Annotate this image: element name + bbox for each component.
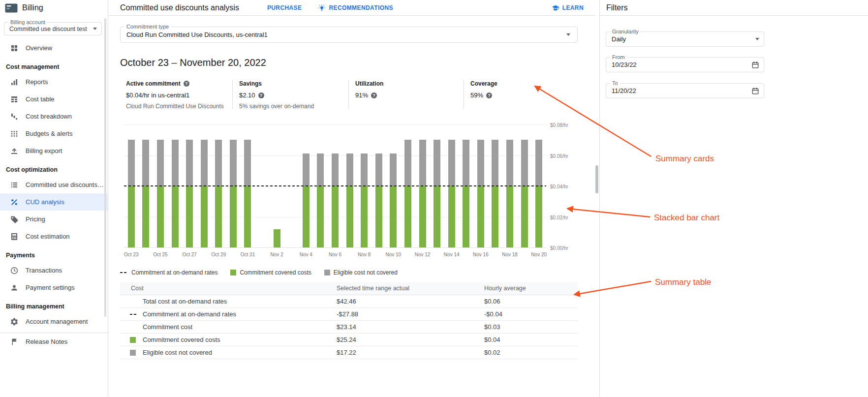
sidebar-item-payment-settings[interactable]: Payment settings bbox=[0, 279, 108, 296]
bar-nov-14 bbox=[448, 140, 455, 247]
summary-card-coverage: Coverage59%? bbox=[464, 80, 578, 109]
segment-not-covered bbox=[463, 140, 469, 186]
actual-value: $23.14 bbox=[337, 323, 484, 331]
segment-covered bbox=[535, 186, 542, 247]
legend-item-eligible-cost-not-covered[interactable]: Eligible cost not covered bbox=[324, 269, 398, 276]
sidebar-scrollbar[interactable] bbox=[104, 18, 106, 317]
main-scrollbar[interactable] bbox=[595, 165, 598, 193]
chevron-down-icon bbox=[755, 38, 759, 40]
hourly-value: -$0.04 bbox=[484, 310, 578, 318]
sidebar-item-overview[interactable]: Overview bbox=[0, 39, 108, 57]
bar-nov-17 bbox=[492, 140, 498, 247]
segment-covered bbox=[274, 229, 280, 248]
bar-nov-8 bbox=[361, 153, 368, 247]
billing-account-selector[interactable]: Billing account Committed use discount t… bbox=[4, 22, 102, 35]
segment-not-covered bbox=[477, 140, 484, 186]
hourly-value: $0.02 bbox=[484, 349, 578, 356]
segment-covered bbox=[419, 186, 426, 247]
dashed-line-swatch bbox=[130, 314, 138, 315]
segment-not-covered bbox=[172, 140, 179, 186]
segment-not-covered bbox=[404, 140, 411, 186]
stacked-bar-chart: $0.00/hr$0.02/hr$0.04/hr$0.06/hr$0.08/hr… bbox=[120, 125, 578, 259]
billing-account-label: Billing account bbox=[8, 19, 47, 25]
commitment-type-select[interactable]: Commitment type Cloud Run Committed Use … bbox=[120, 27, 578, 43]
x-axis-label: Nov 2 bbox=[271, 252, 283, 257]
sidebar-item-label: Cost estimation bbox=[26, 233, 70, 240]
bar-oct-29 bbox=[215, 140, 222, 247]
segment-covered bbox=[404, 186, 411, 247]
purchase-button[interactable]: PURCHASE bbox=[267, 4, 302, 11]
bar-nov-15 bbox=[463, 140, 469, 247]
sidebar-footer: Release Notes bbox=[0, 333, 108, 350]
sidebar-item-transactions[interactable]: Transactions bbox=[0, 262, 108, 279]
segment-not-covered bbox=[142, 140, 149, 186]
recommendations-button[interactable]: RECOMMENDATIONS bbox=[318, 4, 393, 12]
segment-covered bbox=[448, 186, 455, 247]
bar-nov-16 bbox=[477, 140, 484, 247]
sidebar-item-cost-table[interactable]: Cost table bbox=[0, 91, 108, 108]
sidebar-item-cost-breakdown[interactable]: Cost breakdown bbox=[0, 108, 108, 125]
help-icon[interactable]: ? bbox=[371, 92, 377, 98]
table-body: Total cost at on-demand rates$42.46$0.06… bbox=[120, 295, 578, 359]
segment-covered bbox=[521, 186, 528, 247]
summary-cards: Active commitment?$0.04/hr in us-central… bbox=[120, 80, 578, 109]
sidebar-section-cost-management: Cost management bbox=[0, 57, 108, 73]
main-content: Commitment type Cloud Run Committed Use … bbox=[109, 16, 595, 397]
table-row-eligible-cost-not-covered: Eligible cost not covered$17.22$0.02 bbox=[120, 346, 578, 359]
learn-button[interactable]: LEARN bbox=[552, 4, 584, 12]
bar-nov-19 bbox=[521, 140, 528, 247]
x-axis-label: Nov 20 bbox=[531, 252, 547, 257]
sidebar-item-release-notes[interactable]: Release Notes bbox=[0, 333, 108, 350]
legend-label: Eligible cost not covered bbox=[334, 269, 398, 276]
segment-not-covered bbox=[215, 140, 222, 186]
y-axis-label: $0.02/hr bbox=[550, 215, 568, 220]
date-range-title: October 23 – November 20, 2022 bbox=[120, 57, 578, 68]
budgets-alerts-icon bbox=[10, 129, 19, 138]
help-icon[interactable]: ? bbox=[258, 92, 264, 98]
overview-icon bbox=[10, 44, 19, 53]
to-date-field[interactable]: To 11/20/22 bbox=[606, 83, 764, 98]
app-title: Billing bbox=[22, 3, 43, 12]
gray-swatch bbox=[130, 350, 136, 356]
calendar-icon[interactable] bbox=[751, 61, 759, 69]
row-swatch-cell bbox=[120, 314, 143, 315]
bar-nov-9 bbox=[375, 153, 382, 247]
from-date-field[interactable]: From 10/23/22 bbox=[606, 57, 764, 72]
bar-oct-30 bbox=[230, 140, 237, 247]
sidebar-item-cost-estimation[interactable]: Cost estimation bbox=[0, 228, 108, 245]
billing-account-value: Committed use discount test bbox=[9, 26, 87, 32]
help-icon[interactable]: ? bbox=[184, 81, 189, 87]
actual-value: -$27.88 bbox=[337, 310, 484, 318]
segment-not-covered bbox=[448, 140, 455, 186]
help-icon[interactable]: ? bbox=[486, 92, 492, 98]
segment-not-covered bbox=[434, 140, 440, 186]
legend-item-commitment-covered-costs[interactable]: Commitment covered costs bbox=[230, 269, 311, 276]
granularity-value: Daily bbox=[612, 35, 626, 43]
billing-export-icon bbox=[10, 147, 19, 155]
segment-not-covered bbox=[230, 140, 237, 186]
sidebar-item-account-management[interactable]: Account management bbox=[0, 313, 108, 330]
reports-icon bbox=[10, 78, 19, 87]
sidebar-item-billing-export[interactable]: Billing export bbox=[0, 142, 108, 159]
page-title: Committed use discounts analysis bbox=[120, 3, 239, 12]
granularity-select[interactable]: Granularity Daily bbox=[606, 31, 764, 47]
sidebar-item-budgets-alerts[interactable]: Budgets & alerts bbox=[0, 125, 108, 142]
sidebar-item-label: Transactions bbox=[26, 267, 62, 274]
segment-covered bbox=[346, 186, 353, 247]
sidebar-item-cud-analysis[interactable]: CUD analysis bbox=[0, 193, 108, 211]
card-label: Utilization bbox=[355, 80, 383, 87]
segment-covered bbox=[317, 186, 324, 247]
learn-label: LEARN bbox=[562, 4, 584, 11]
calendar-icon[interactable] bbox=[751, 87, 759, 95]
sidebar-item-pricing[interactable]: Pricing bbox=[0, 211, 108, 228]
commitment-type-label: Commitment type bbox=[124, 24, 171, 30]
commitment-line bbox=[124, 185, 546, 186]
sidebar-item-label: Billing export bbox=[26, 147, 62, 154]
sidebar-item-committed-use-discounts[interactable]: Committed use discounts… bbox=[0, 176, 108, 193]
dashed-line-swatch bbox=[120, 272, 128, 273]
sidebar-item-reports[interactable]: Reports bbox=[0, 73, 108, 91]
segment-not-covered bbox=[317, 153, 324, 186]
legend-item-commitment-at-on-demand-rates[interactable]: Commitment at on-demand rates bbox=[120, 269, 217, 276]
table-row-total-cost-at-on-demand-rates: Total cost at on-demand rates$42.46$0.06 bbox=[120, 295, 578, 308]
actual-value: $42.46 bbox=[337, 298, 484, 305]
